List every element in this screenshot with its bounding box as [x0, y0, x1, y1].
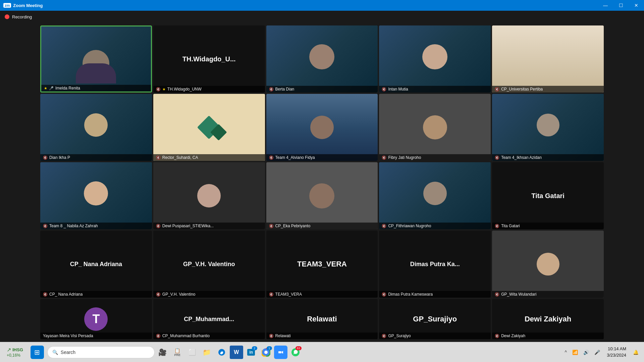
participant-name: Dimas Putra Kameswara [388, 292, 433, 297]
taskbar-app-taskview[interactable]: ⬜ [185, 346, 199, 359]
participant-tile[interactable]: 🔇 Intan Mutia [379, 25, 491, 93]
app-logo: zm Zoom Meeting [3, 3, 43, 8]
participant-name-bar: 🔇 Berta Dian [266, 86, 378, 93]
svg-point-2 [264, 351, 268, 354]
participant-name-bar: 🔇 CP_Muhammad Burhantio [153, 333, 265, 339]
participant-tile[interactable]: 🔇 Dian Ikha P [40, 94, 152, 161]
mic-muted-icon: 🔇 [156, 87, 161, 92]
mic-icon: 🎤 [49, 86, 54, 90]
participant-name: Tita Gatari [501, 224, 520, 228]
participant-tile[interactable]: Dewi Zakiyah 🔇 Dewi Zakiyah [492, 299, 604, 339]
title-bar: zm Zoom Meeting — ☐ ✕ [0, 0, 644, 11]
participant-name: GP_Surajiyo [388, 334, 411, 338]
maximize-button[interactable]: ☐ [613, 0, 629, 11]
participant-name: CP_Fithriawan Nugroho [388, 224, 431, 228]
participant-name: Team 4_Ikhsan Azidan [501, 155, 542, 160]
participant-name-bar: 🔇 Team 8 _ Nabila Az Zahrah [40, 223, 152, 229]
display-name: TEAM3_VERA [294, 256, 350, 272]
participant-tile[interactable]: 🔇 Rector_Suhardi, CA [153, 94, 265, 161]
display-name: GP_Surajiyo [410, 311, 460, 327]
mic-sys-icon[interactable]: 🎤 [593, 348, 601, 356]
mic-muted-icon: 🔇 [495, 87, 499, 92]
participant-tile[interactable]: 🔇 Team 4_Alviano Fidya [266, 94, 378, 161]
participant-name-bar: 🔇 Team 4_Alviano Fidya [266, 154, 378, 161]
participant-tile[interactable]: ★ 🎤 Imelda Renita [40, 25, 152, 93]
stock-widget[interactable]: ↗ IHSG +0,16% [4, 347, 26, 358]
participant-name-bar: ★ 🎤 Imelda Renita [41, 85, 151, 92]
mic-muted-icon: 🔇 [495, 156, 499, 160]
participant-tile[interactable]: 🔇 CP_Universitas Pertiba [492, 25, 604, 93]
mic-muted-icon: 🔇 [382, 292, 386, 297]
participant-name-bar: 🔇 Fibry Jati Nugroho [379, 154, 491, 161]
participant-tile[interactable]: TEAM3_VERA 🔇 TEAM3_VERA [266, 231, 378, 298]
host-icon: ★ [44, 86, 47, 90]
mic-muted-icon: 🔇 [495, 292, 499, 297]
minimize-button[interactable]: — [598, 0, 613, 11]
participant-tile[interactable]: CP_Muhammad... 🔇 CP_Muhammad Burhantio [153, 299, 265, 339]
display-name: Relawati [304, 311, 340, 327]
search-box[interactable]: 🔍 Search [47, 346, 155, 358]
notification-icon[interactable]: 🔔 [632, 348, 640, 356]
participant-name-bar: Yayasan Meira Visi Persada [40, 333, 152, 339]
taskbar: ↗ IHSG +0,16% ⊞ 🔍 Search 🎥 📋 PRE ⬜ 📁 W i… [0, 342, 644, 362]
participant-name-bar: 🔇 TEAM3_VERA [266, 291, 378, 298]
participant-name-bar: 🔇 Team 4_Ikhsan Azidan [492, 154, 604, 161]
mic-muted-icon: 🔇 [269, 334, 274, 338]
participant-name: Dewi Puspasari_STIEWika... [162, 224, 214, 228]
taskbar-app-linkedin[interactable]: in 2 [245, 346, 258, 359]
participant-tile[interactable]: CP_ Nana Adriana 🔇 CP_ Nana Adriana [40, 231, 152, 298]
participant-tile[interactable]: 🔇 Team 8 _ Nabila Az Zahrah [40, 162, 152, 229]
participant-tile[interactable]: T Yayasan Meira Visi Persada [40, 299, 152, 339]
linkedin-badge: 2 [252, 346, 257, 350]
close-button[interactable]: ✕ [629, 0, 644, 11]
network-icon[interactable]: 📶 [571, 348, 579, 356]
mic-muted-icon: 🔇 [43, 156, 48, 160]
participant-tile[interactable]: Tita Gatari 🔇 Tita Gatari [492, 162, 604, 229]
taskbar-app-pre[interactable]: 📋 PRE [171, 346, 184, 359]
time-display: 10:14 AM [607, 346, 626, 352]
participant-name: CP_Eka Pebriyanto [275, 224, 311, 228]
participant-tile[interactable]: GP_V.H. Valentino 🔇 GP_V.H. Valentino [153, 231, 265, 298]
taskbar-app-explorer[interactable]: 📁 [200, 346, 214, 359]
display-name: CP_Muhammad... [180, 312, 237, 326]
taskbar-app-word[interactable]: W [230, 346, 243, 359]
taskbar-app-chrome[interactable]: 1 [259, 346, 273, 359]
mic-muted-icon: 🔇 [382, 87, 386, 92]
participant-name-bar: 🔇 Relawati [266, 333, 378, 339]
display-name: CP_ Nana Adriana [67, 257, 125, 271]
window-controls[interactable]: — ☐ ✕ [598, 0, 644, 11]
participant-name-bar: 🔇 CP_Eka Pebriyanto [266, 223, 378, 229]
participant-tile[interactable]: 🔇 CP_Fithriawan Nugroho [379, 162, 491, 229]
participant-name: CP_ Nana Adriana [49, 292, 83, 297]
stock-change: +0,16% [7, 353, 23, 358]
participant-tile[interactable]: 🔇 Team 4_Ikhsan Azidan [492, 94, 604, 161]
participant-name-bar: 🔇 CP_Universitas Pertiba [492, 86, 604, 93]
taskbar-app-whatsapp[interactable]: 83 [289, 346, 302, 359]
windows-icon: ⊞ [34, 348, 40, 356]
taskbar-app-zoom[interactable] [274, 346, 287, 359]
participant-tile[interactable]: 🔇 Berta Dian [266, 25, 378, 93]
volume-icon[interactable]: 🔊 [582, 348, 590, 356]
mic-muted-icon: 🔇 [269, 156, 274, 160]
show-hidden-icons[interactable]: ^ [564, 348, 569, 356]
taskbar-app-video[interactable]: 🎥 [156, 346, 169, 359]
participant-tile[interactable]: 🔇 Fibry Jati Nugroho [379, 94, 491, 161]
recording-label: Recording [12, 14, 32, 19]
participant-name: GP_Wita Wulandari [501, 292, 536, 297]
participant-name: Dian Ikha P [49, 155, 70, 160]
mic-muted-icon: 🔇 [156, 224, 161, 228]
start-button[interactable]: ⊞ [31, 346, 44, 359]
participant-tile[interactable]: 🔇 Dewi Puspasari_STIEWika... [153, 162, 265, 229]
mic-muted-icon: 🔇 [156, 334, 161, 338]
clock[interactable]: 10:14 AM 3/23/2024 [604, 346, 629, 358]
taskbar-app-edge[interactable] [215, 346, 228, 359]
participant-tile[interactable]: GP_Surajiyo 🔇 GP_Surajiyo [379, 299, 491, 339]
participant-tile[interactable]: 🔇 CP_Eka Pebriyanto [266, 162, 378, 229]
mic-muted-icon: 🔇 [43, 224, 48, 228]
participant-tile[interactable]: TH.Widagdo_U... 🔇 ★ TH.Widagdo_UNW [153, 25, 265, 93]
participant-tile[interactable]: Dimas Putra Ka... 🔇 Dimas Putra Kameswar… [379, 231, 491, 298]
participant-name: Imelda Renita [55, 86, 80, 90]
participant-tile[interactable]: Relawati 🔇 Relawati [266, 299, 378, 339]
participant-tile[interactable]: 🔇 GP_Wita Wulandari [492, 231, 604, 298]
search-label: Search [61, 350, 75, 355]
